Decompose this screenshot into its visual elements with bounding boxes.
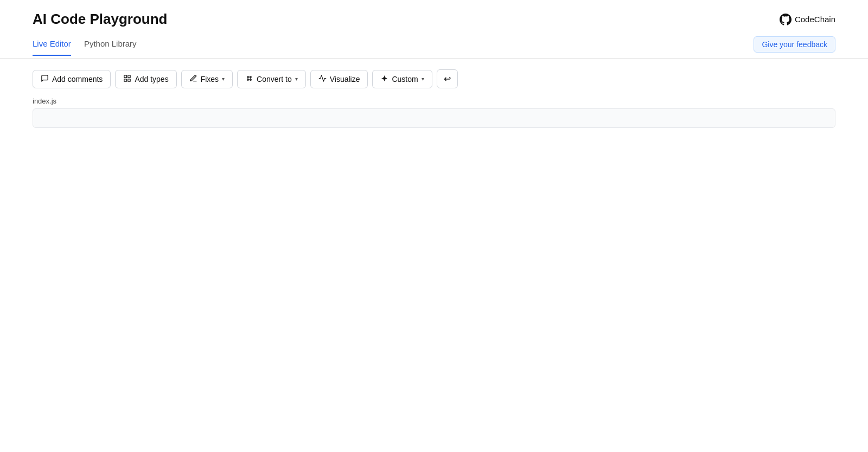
svg-rect-1	[128, 75, 130, 77]
undo-icon: ↩	[444, 74, 451, 84]
convert-to-button[interactable]: Convert to ▾	[237, 70, 306, 88]
svg-rect-0	[124, 75, 126, 77]
add-comments-label: Add comments	[52, 75, 103, 83]
convert-icon	[245, 74, 253, 84]
add-types-label: Add types	[135, 75, 168, 83]
codechain-label: CodeChain	[795, 15, 835, 24]
add-comments-button[interactable]: Add comments	[33, 70, 111, 88]
fixes-icon	[189, 74, 197, 84]
comment-icon	[41, 74, 49, 84]
types-icon	[123, 74, 131, 84]
visualize-icon	[318, 74, 327, 84]
file-label: index.js	[33, 97, 835, 105]
tabs-row: Live Editor Python Library Give your fee…	[0, 28, 868, 59]
fixes-label: Fixes	[201, 75, 219, 83]
add-types-button[interactable]: Add types	[115, 70, 176, 88]
code-editor[interactable]	[33, 108, 835, 128]
header-right: CodeChain	[780, 14, 835, 25]
tabs: Live Editor Python Library	[33, 39, 137, 56]
convert-to-label: Convert to	[257, 75, 292, 83]
svg-rect-3	[128, 79, 130, 81]
visualize-label: Visualize	[330, 75, 360, 83]
fixes-button[interactable]: Fixes ▾	[181, 70, 233, 88]
undo-button[interactable]: ↩	[437, 69, 458, 88]
convert-to-chevron-icon: ▾	[295, 76, 298, 82]
custom-icon	[380, 74, 388, 84]
tab-live-editor[interactable]: Live Editor	[33, 39, 71, 56]
app-title: AI Code Playground	[33, 11, 167, 28]
codechain-link[interactable]: CodeChain	[780, 14, 835, 25]
feedback-button[interactable]: Give your feedback	[754, 36, 835, 53]
custom-chevron-icon: ▾	[422, 76, 424, 82]
fixes-chevron-icon: ▾	[222, 76, 225, 82]
visualize-button[interactable]: Visualize	[310, 70, 368, 88]
header: AI Code Playground CodeChain	[0, 0, 868, 28]
toolbar: Add comments Add types Fixes ▾	[0, 59, 868, 97]
custom-button[interactable]: Custom ▾	[372, 70, 432, 88]
editor-area: index.js	[0, 97, 868, 130]
svg-rect-2	[124, 79, 126, 81]
tab-python-library[interactable]: Python Library	[84, 39, 137, 56]
github-icon	[780, 14, 792, 25]
custom-label: Custom	[392, 75, 418, 83]
